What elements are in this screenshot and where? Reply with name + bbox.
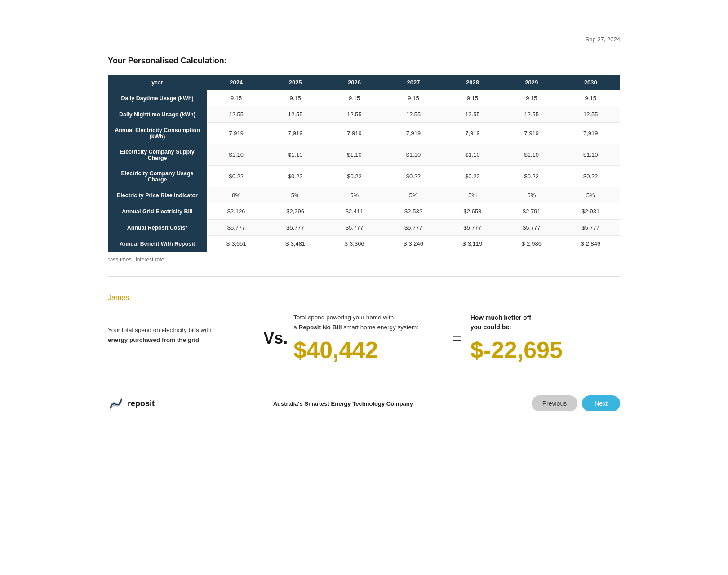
- logo-text: reposit: [128, 399, 155, 408]
- table-row: Annual Electricity Consumption (kWh)7,91…: [108, 123, 620, 144]
- table-cell: $5,777: [266, 220, 324, 236]
- reposit-text: Total spend powering your home with a Re…: [293, 313, 443, 332]
- table-cell: 5%: [443, 187, 502, 203]
- logo-area: reposit: [108, 395, 155, 411]
- table-cell: $1.10: [443, 144, 502, 166]
- table-cell: $1.10: [207, 144, 266, 166]
- grid-spend-col: Your total spend on electricity bills wi…: [108, 325, 257, 351]
- table-cell: 5%: [502, 187, 561, 203]
- table-row: Annual Reposit Costs*$5,777$5,777$5,777$…: [108, 220, 620, 236]
- table-cell: $-3,651: [207, 236, 266, 252]
- table-cell: $0.22: [207, 166, 266, 187]
- vs-col: Vs.: [257, 329, 293, 348]
- table-cell: $0.22: [325, 166, 384, 187]
- table-cell: $1.10: [384, 144, 443, 166]
- table-cell: 9.15: [266, 90, 324, 106]
- table-cell: 5%: [561, 187, 620, 203]
- previous-button[interactable]: Previous: [532, 395, 577, 411]
- table-cell: $0.22: [384, 166, 443, 187]
- table-cell: $2,296: [266, 203, 324, 220]
- table-cell: 12.55: [207, 106, 266, 123]
- table-header-label: year: [108, 75, 207, 90]
- next-button[interactable]: Next: [582, 395, 620, 411]
- calculation-table: year 2024 2025 2026 2027 2028 2029 2030 …: [108, 75, 620, 252]
- table-cell: $1.10: [325, 144, 384, 166]
- row-label: Electricity Company Usage Charge: [108, 166, 207, 187]
- table-cell: $0.22: [561, 166, 620, 187]
- table-cell: 9.15: [207, 90, 266, 106]
- table-cell: $2,532: [384, 203, 443, 220]
- table-row: Electricity Company Supply Charge$1.10$1…: [108, 144, 620, 166]
- reposit-logo-icon: [108, 395, 124, 411]
- table-cell: 12.55: [384, 106, 443, 123]
- table-cell: $-3,119: [443, 236, 502, 252]
- table-cell: 9.15: [384, 90, 443, 106]
- table-cell: $1.10: [561, 144, 620, 166]
- table-cell: 7,919: [561, 123, 620, 144]
- table-cell: 9.15: [561, 90, 620, 106]
- table-cell: 5%: [266, 187, 324, 203]
- table-cell: 12.55: [502, 106, 561, 123]
- table-cell: $-3,366: [325, 236, 384, 252]
- table-cell: $1.10: [266, 144, 324, 166]
- table-cell: 12.55: [325, 106, 384, 123]
- table-cell: $5,777: [384, 220, 443, 236]
- table-cell: $1.10: [502, 144, 561, 166]
- table-header-2024: 2024: [207, 75, 266, 90]
- row-label: Daily Nighttime Usage (kWh): [108, 106, 207, 123]
- row-label: Annual Reposit Costs*: [108, 220, 207, 236]
- footer-nav: Previous Next: [532, 395, 620, 411]
- table-cell: 9.15: [502, 90, 561, 106]
- table-header-2029: 2029: [502, 75, 561, 90]
- row-label: Electricity Company Supply Charge: [108, 144, 207, 166]
- table-cell: 7,919: [384, 123, 443, 144]
- table-row: Annual Benefit With Reposit$-3,651$-3,48…: [108, 236, 620, 252]
- table-cell: 7,919: [266, 123, 324, 144]
- table-cell: 7,919: [502, 123, 561, 144]
- table-cell: $-2,986: [502, 236, 561, 252]
- table-cell: $2,658: [443, 203, 502, 220]
- row-label: Electricity Price Rise Indicator: [108, 187, 207, 203]
- table-row: Annual Grid Electricity Bill$2,126$2,296…: [108, 203, 620, 220]
- footer-tagline: Australia's Smartest Energy Technology C…: [273, 400, 413, 407]
- better-off-label: How much better off you could be:: [471, 313, 620, 332]
- name-greeting: James,: [108, 294, 620, 302]
- table-cell: 12.55: [266, 106, 324, 123]
- table-cell: $0.22: [266, 166, 324, 187]
- vs-label: Vs.: [257, 329, 293, 348]
- better-off-col: How much better off you could be: $-22,6…: [471, 313, 620, 363]
- row-label: Annual Electricity Consumption (kWh): [108, 123, 207, 144]
- eq-symbol: =: [444, 329, 471, 348]
- table-cell: $-3,481: [266, 236, 324, 252]
- footer-bar: reposit Australia's Smartest Energy Tech…: [108, 386, 620, 416]
- table-cell: 12.55: [443, 106, 502, 123]
- table-header-2030: 2030: [561, 75, 620, 90]
- table-cell: $5,777: [561, 220, 620, 236]
- table-header-2025: 2025: [266, 75, 324, 90]
- table-cell: 5%: [384, 187, 443, 203]
- row-label: Annual Grid Electricity Bill: [108, 203, 207, 220]
- row-label: Annual Benefit With Reposit: [108, 236, 207, 252]
- table-cell: $5,777: [443, 220, 502, 236]
- table-cell: 9.15: [443, 90, 502, 106]
- table-cell: $-2,846: [561, 236, 620, 252]
- table-cell: 8%: [207, 187, 266, 203]
- table-row: Electricity Price Rise Indicator8%5%5%5%…: [108, 187, 620, 203]
- table-footnote: *assumes interest rate: [108, 257, 620, 277]
- table-cell: 7,919: [207, 123, 266, 144]
- table-cell: $5,777: [207, 220, 266, 236]
- table-cell: $0.22: [443, 166, 502, 187]
- grid-text: Your total spend on electricity bills wi…: [108, 325, 257, 345]
- reposit-spend-col: Total spend powering your home with a Re…: [293, 313, 443, 363]
- table-header-2027: 2027: [384, 75, 443, 90]
- better-off-amount: $-22,695: [471, 336, 620, 363]
- table-cell: 7,919: [443, 123, 502, 144]
- table-cell: 12.55: [561, 106, 620, 123]
- section-title: Your Personalised Calculation:: [108, 56, 620, 66]
- table-cell: $5,777: [325, 220, 384, 236]
- table-cell: $2,126: [207, 203, 266, 220]
- table-cell: $2,791: [502, 203, 561, 220]
- eq-col: =: [444, 329, 471, 348]
- table-row: Daily Nighttime Usage (kWh)12.5512.5512.…: [108, 106, 620, 123]
- row-label: Daily Daytime Usage (kWh): [108, 90, 207, 106]
